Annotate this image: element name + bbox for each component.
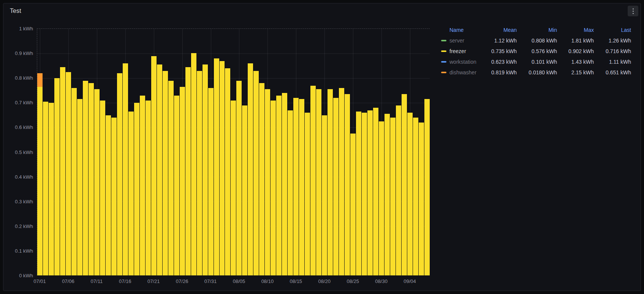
bar — [356, 112, 361, 275]
bar — [111, 118, 117, 275]
legend-table: NameMeanMinMaxLast server1.12 kWh0.808 k… — [435, 25, 631, 78]
bar — [163, 71, 168, 276]
bar-stack-first — [37, 29, 43, 275]
legend-name-cell: workstation — [435, 59, 484, 65]
bar — [83, 81, 88, 276]
bar — [140, 96, 145, 276]
legend-value-mean: 0.819 kWh — [484, 69, 517, 75]
bar — [146, 101, 151, 276]
legend-value-max: 0.902 kWh — [557, 48, 594, 54]
bar — [49, 103, 54, 275]
bar — [328, 89, 333, 275]
panel-title[interactable]: Test — [10, 8, 21, 14]
bar — [100, 101, 105, 276]
legend-value-max: 2.15 kWh — [557, 69, 594, 75]
x-tick-label: 08/10 — [261, 278, 274, 284]
series-name-label[interactable]: dishwasher — [449, 69, 476, 75]
legend-value-max: 1.81 kWh — [557, 38, 594, 44]
bar — [413, 118, 418, 275]
x-tick-label: 08/30 — [375, 278, 388, 284]
bar — [379, 121, 384, 275]
legend-column-header-last[interactable]: Last — [594, 27, 631, 33]
legend-row-freezer[interactable]: freezer0.735 kWh0.576 kWh0.902 kWh0.716 … — [435, 46, 631, 57]
bar — [282, 93, 287, 275]
bar — [220, 61, 225, 276]
legend-value-mean: 1.12 kWh — [484, 38, 517, 44]
legend-name-cell: freezer — [435, 48, 484, 54]
x-tick-label: 07/11 — [91, 278, 103, 284]
bar — [203, 64, 208, 275]
legend-column-header-min[interactable]: Min — [517, 27, 557, 33]
bar — [134, 103, 139, 275]
legend-row-dishwasher[interactable]: dishwasher0.819 kWh0.0180 kWh2.15 kWh0.6… — [435, 67, 631, 78]
bar — [390, 118, 396, 275]
bar — [402, 94, 407, 275]
bar — [174, 96, 179, 276]
legend-value-min: 0.808 kWh — [517, 38, 557, 44]
bar — [276, 96, 282, 276]
series-name-label[interactable]: freezer — [449, 48, 466, 54]
series-name-label[interactable]: workstation — [449, 59, 476, 65]
legend-value-last: 0.716 kWh — [594, 48, 631, 54]
legend-row-server[interactable]: server1.12 kWh0.808 kWh1.81 kWh1.26 kWh — [435, 35, 631, 46]
legend-column-header-name[interactable]: Name — [435, 27, 484, 33]
legend-value-mean: 0.623 kWh — [484, 59, 517, 65]
series-color-swatch — [441, 61, 446, 63]
x-tick-label: 08/20 — [318, 278, 331, 284]
bar — [37, 87, 43, 275]
y-tick-label: 0.2 kWh — [3, 223, 33, 229]
bar — [333, 98, 339, 275]
series-name-label[interactable]: server — [449, 38, 464, 44]
x-tick-label: 08/15 — [290, 278, 302, 284]
bar — [339, 88, 344, 275]
y-tick-label: 0.8 kWh — [3, 75, 33, 81]
bar — [60, 67, 65, 275]
bar — [288, 110, 293, 276]
legend-value-last: 0.651 kWh — [594, 69, 631, 75]
x-tick-label: 09/04 — [403, 278, 416, 284]
x-tick-label: 07/16 — [119, 278, 131, 284]
y-tick-label: 0.7 kWh — [3, 100, 33, 105]
bar — [94, 89, 100, 275]
legend-row-workstation[interactable]: workstation0.623 kWh0.101 kWh1.43 kWh1.1… — [435, 57, 631, 67]
legend-column-header-mean[interactable]: Mean — [484, 27, 517, 33]
bar — [185, 67, 191, 275]
bar — [66, 72, 71, 275]
bar — [385, 114, 390, 275]
bar — [305, 113, 310, 275]
bar — [214, 58, 219, 275]
y-tick-label: 0.1 kWh — [3, 248, 33, 253]
bar — [310, 86, 316, 276]
legend-column-header-max[interactable]: Max — [557, 27, 594, 33]
bar — [253, 71, 259, 276]
bar — [77, 99, 82, 275]
y-tick-label: 0.6 kWh — [3, 124, 33, 130]
bar — [225, 68, 230, 275]
x-tick-label: 07/01 — [33, 278, 46, 284]
bar — [168, 81, 174, 276]
y-tick-label: 0.5 kWh — [3, 149, 33, 155]
legend-value-min: 0.576 kWh — [517, 48, 557, 54]
series-color-swatch — [441, 50, 446, 52]
bar — [54, 78, 60, 275]
kebab-menu-icon — [633, 8, 634, 14]
legend-value-last: 1.26 kWh — [594, 38, 631, 44]
bar — [208, 88, 214, 275]
bar — [43, 102, 48, 275]
legend-value-min: 0.0180 kWh — [517, 69, 557, 75]
bar-series[interactable] — [37, 29, 430, 275]
bar — [350, 134, 356, 275]
legend-value-max: 1.43 kWh — [557, 59, 594, 65]
bar — [191, 53, 196, 275]
bar — [236, 81, 242, 276]
plot-area[interactable] — [37, 28, 430, 275]
x-tick-label: 07/06 — [62, 278, 74, 284]
x-tick-label: 07/26 — [176, 278, 188, 284]
x-tick-label: 07/21 — [147, 278, 160, 284]
bar — [106, 115, 111, 276]
bar — [71, 88, 77, 275]
y-tick-label: 0.4 kWh — [3, 174, 33, 179]
panel-menu-button[interactable] — [628, 6, 638, 16]
bar — [180, 87, 185, 275]
legend-header-row: NameMeanMinMaxLast — [435, 25, 631, 35]
